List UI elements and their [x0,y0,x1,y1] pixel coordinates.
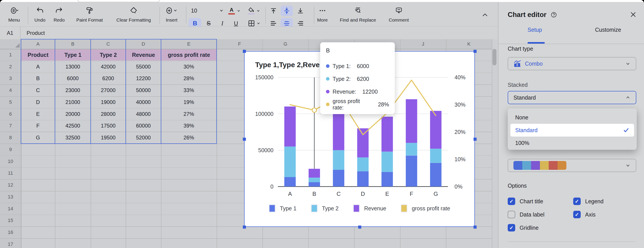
svg-text:G: G [434,191,438,197]
fill-color-icon [248,7,254,14]
tab-setup[interactable]: Setup [528,27,542,33]
select-all-triangle [15,43,20,47]
tooltip-series-value: 28% [378,101,389,108]
help-icon[interactable] [550,11,557,18]
checkbox-gridline[interactable]: ✓Gridline [508,224,573,232]
spreadsheet-grid[interactable]: Type 1,Type 2,Reve 0500001000001500000%1… [0,39,498,248]
stacked-label: Stacked [508,82,528,88]
fill-color-button[interactable] [245,5,263,16]
chart-resize-handle[interactable] [474,226,476,229]
collapse-toolbar-button[interactable] [482,12,488,17]
column-header-F[interactable]: F [216,39,262,49]
checkbox-box[interactable]: ✓ [508,198,515,205]
checkbox-box[interactable]: ✓ [573,198,581,205]
clear-formatting-button[interactable]: Clear Formatting [116,5,151,23]
chart-resize-handle[interactable] [243,226,246,229]
svg-text:D: D [361,191,365,197]
chart-resize-handle[interactable] [243,138,246,141]
svg-text:40%: 40% [454,74,466,80]
formula-input[interactable]: Product [27,30,45,36]
checkbox-label: Chart title [520,198,543,205]
row-header-12[interactable]: 12 [0,179,21,191]
find-replace-icon [354,5,362,16]
cell-name-box[interactable]: A1 [0,30,20,36]
checkbox-axis[interactable]: ✓Axis [573,210,604,219]
align-middle-button[interactable] [280,5,293,16]
check-icon [623,127,629,133]
undo-label: Undo [34,17,46,23]
row-header-14[interactable]: 14 [0,203,21,215]
svg-text:10%: 10% [454,156,466,162]
undo-button[interactable]: Undo [34,5,46,23]
tab-customize[interactable]: Customize [595,27,621,33]
row-header-8[interactable]: 8 [0,132,21,144]
checkbox-legend[interactable]: ✓Legend [573,197,604,206]
insert-button[interactable]: Insert [166,5,178,23]
row-header-17[interactable]: 17 [0,238,21,248]
row-header-2[interactable]: 2 [0,61,21,73]
align-top-button[interactable] [267,5,280,16]
stacked-option-standard[interactable]: Standard [510,124,634,137]
row-header-10[interactable]: 10 [0,156,21,167]
stacked-dropdown-menu: NoneStandard100% [508,108,637,150]
row-header-9[interactable]: 9 [0,144,21,156]
row-header-7[interactable]: 7 [0,120,21,132]
legend-item[interactable]: Type 1 [269,204,296,212]
stacked-option-100%[interactable]: 100% [510,137,634,149]
svg-text:50000: 50000 [258,147,274,153]
align-top-icon [270,7,277,14]
chart-type-select[interactable]: Combo [508,57,636,70]
comment-button[interactable]: Comment [388,5,409,23]
tooltip-series-value: 6000 [357,63,369,69]
legend-swatch [269,204,276,212]
svg-text:30%: 30% [454,102,466,108]
redo-button[interactable]: Redo [54,5,64,23]
row-header-11[interactable]: 11 [0,167,21,179]
column-header-J[interactable]: J [400,39,446,49]
svg-text:B: B [312,191,316,197]
find-replace-button[interactable]: Find and Replace [340,5,376,23]
chart-resize-handle[interactable] [474,138,476,141]
checkbox-label: Gridline [520,225,538,231]
borders-icon [248,19,255,27]
checkbox-box[interactable] [508,211,515,218]
legend-item[interactable]: Type 2 [311,204,338,212]
row-header-3[interactable]: 3 [0,73,21,85]
checkbox-chart-title[interactable]: ✓Chart title [508,197,573,206]
row-header-4[interactable]: 4 [0,84,21,96]
column-header-G[interactable]: G [262,39,308,49]
row-header-5[interactable]: 5 [0,96,21,108]
paint-format-button[interactable]: Paint Format [76,5,103,23]
more-button[interactable]: More [317,5,328,23]
svg-text:100000: 100000 [255,111,274,117]
row-header-1[interactable]: 1 [0,49,21,61]
select-all-corner[interactable] [0,39,21,49]
vertical-scrollbar[interactable] [492,49,496,65]
chart-resize-handle[interactable] [474,50,476,53]
legend-item[interactable]: Revenue [353,204,386,212]
chart-resize-handle[interactable] [243,50,246,53]
font-size-select[interactable]: 10 [190,6,224,15]
text-color-button[interactable]: A [225,5,244,16]
row-header-6[interactable]: 6 [0,108,21,120]
panel-divider [498,44,644,44]
toolbar-separator [314,7,314,23]
series-bullet-icon [326,90,330,93]
align-bottom-button[interactable] [294,5,306,16]
legend-item[interactable]: gross profit rate [401,204,450,212]
row-header-13[interactable]: 13 [0,191,21,203]
color-palette-select[interactable] [508,159,636,172]
column-header-K[interactable]: K [446,39,492,49]
menu-button[interactable]: Menu [8,5,20,23]
checkbox-data-label[interactable]: Data label [508,210,573,219]
checkbox-box[interactable]: ✓ [508,224,515,232]
stacked-option-none[interactable]: None [510,111,634,124]
toolbar-separator [186,7,186,23]
row-header-16[interactable]: 16 [0,227,21,238]
close-icon[interactable] [630,11,636,18]
row-header-15[interactable]: 15 [0,215,21,227]
chart-resize-handle[interactable] [358,226,361,229]
stacked-select[interactable]: Standard [508,91,636,104]
checkbox-box[interactable]: ✓ [573,211,581,218]
insert-icon [166,5,178,16]
